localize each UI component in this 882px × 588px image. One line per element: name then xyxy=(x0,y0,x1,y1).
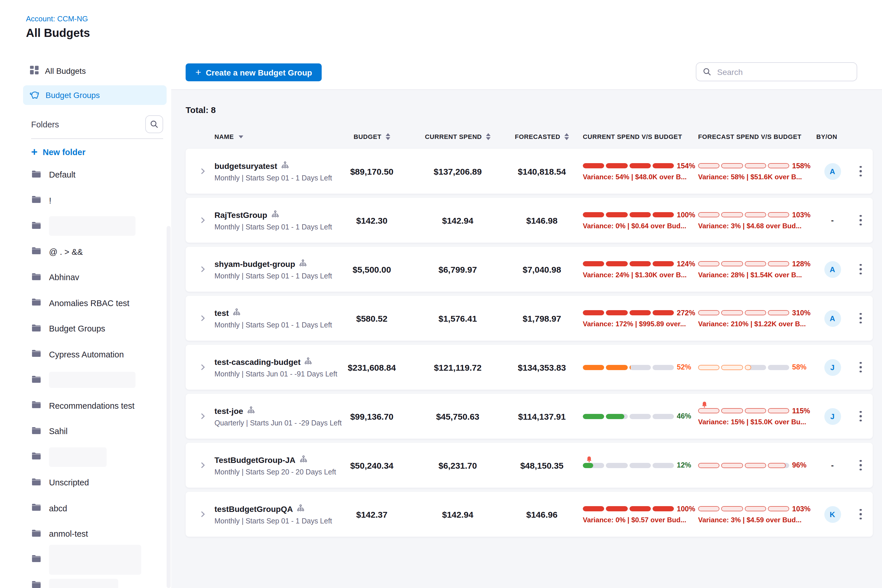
forecast-vs-budget-bar: 158%Variance: 58% | $51.6K over B... xyxy=(698,162,816,181)
variance-label: Variance: 3% | $4.59 over Bud... xyxy=(698,516,802,524)
account-breadcrumb-link[interactable]: Account: CCM-NG xyxy=(26,14,88,23)
expand-chevron-icon[interactable] xyxy=(191,412,214,420)
avatar: K xyxy=(824,506,841,523)
folder-search-button[interactable] xyxy=(145,115,163,133)
column-header-current-spend[interactable]: CURRENT SPEND xyxy=(414,133,501,140)
budget-group-row[interactable]: RajTestGroup Monthly | Starts Sep 01 - 1… xyxy=(186,198,873,243)
folder-label: Sahil xyxy=(49,427,68,436)
budget-group-row[interactable]: shyam-budget-group Monthly | Starts Sep … xyxy=(186,247,873,292)
forecasted-value: $114,137.91 xyxy=(501,411,583,421)
current-spend-value: $142.94 xyxy=(414,509,501,519)
percent-label: 103% xyxy=(792,211,810,219)
folder-label xyxy=(49,545,141,575)
expand-chevron-icon[interactable] xyxy=(191,363,214,371)
folder-icon xyxy=(31,452,42,463)
search-icon xyxy=(150,120,159,129)
budget-group-row[interactable]: budgetsuryatest Monthly | Starts Sep 01 … xyxy=(186,149,873,194)
folder-item[interactable] xyxy=(18,213,171,239)
budget-group-row[interactable]: test Monthly | Starts Sep 01 - 1 Days Le… xyxy=(186,296,873,341)
kebab-menu-icon xyxy=(860,460,862,471)
forecast-vs-budget-bar: 115%Variance: 15% | $15.0K over Bu... xyxy=(698,407,816,426)
budget-group-name[interactable]: test-cascading-budget xyxy=(214,357,301,366)
folder-icon xyxy=(31,298,42,309)
search-input[interactable] xyxy=(716,67,850,77)
folder-item[interactable]: Unscripted xyxy=(18,470,171,495)
budget-group-name[interactable]: RajTestGroup xyxy=(214,210,267,219)
folder-item[interactable]: Default xyxy=(18,162,171,188)
page-title: All Budgets xyxy=(26,27,90,40)
column-header-by-on: BY/ON xyxy=(816,133,849,140)
variance-label: Variance: 172% | $995.89 over... xyxy=(583,320,686,328)
budget-group-row[interactable]: test-cascading-budget Monthly | Starts J… xyxy=(186,345,873,390)
by-on-cell: J xyxy=(816,359,849,376)
budget-group-row[interactable]: test-joe Quarterly | Starts Jun 01 - -29… xyxy=(186,394,873,439)
budget-group-period: Monthly | Starts Sep 01 - 1 Days Left xyxy=(214,223,329,231)
folder-icon xyxy=(31,221,42,232)
expand-chevron-icon[interactable] xyxy=(191,167,214,175)
forecast-vs-budget-bar: 96% xyxy=(698,461,816,469)
column-header-forecasted[interactable]: FORECASTED xyxy=(501,133,583,140)
folder-item[interactable] xyxy=(18,444,171,470)
current-vs-budget-bar: 154%Variance: 54% | $48.0K over B... xyxy=(583,162,698,181)
budget-group-name[interactable]: test xyxy=(214,308,229,317)
folder-item[interactable]: Sahil xyxy=(18,418,171,444)
sidebar-scrollbar[interactable] xyxy=(166,226,171,588)
hierarchy-icon xyxy=(247,405,255,416)
budget-group-period: Monthly | Starts Sep 01 - 1 Days Left xyxy=(214,517,329,525)
column-header-budget[interactable]: BUDGET xyxy=(329,133,414,140)
folder-item[interactable] xyxy=(18,367,171,393)
row-menu-button[interactable] xyxy=(849,411,873,422)
expand-chevron-icon[interactable] xyxy=(191,265,214,273)
new-folder-button[interactable]: + New folder xyxy=(31,146,159,158)
folder-item[interactable]: Abhinav xyxy=(18,265,171,290)
folder-label: anmol-test xyxy=(49,530,88,539)
budget-group-name[interactable]: shyam-budget-group xyxy=(214,259,295,268)
folder-item[interactable]: @ . > && xyxy=(18,239,171,265)
search-box[interactable] xyxy=(696,62,857,81)
plus-icon: + xyxy=(31,146,38,158)
by-on-cell: - xyxy=(816,216,849,225)
row-menu-button[interactable] xyxy=(849,460,873,471)
folder-item[interactable]: anmol-test xyxy=(18,521,171,547)
budget-group-row[interactable]: TestBudgetGroup-JA Monthly | Starts Sep … xyxy=(186,443,873,488)
folder-item[interactable]: Anomalies RBAC test xyxy=(18,290,171,316)
budget-group-period: Monthly | Starts Jun 01 - -91 Days Left xyxy=(214,370,329,378)
row-menu-button[interactable] xyxy=(849,509,873,520)
folder-item[interactable]: Budget Groups xyxy=(18,316,171,342)
percent-label: 58% xyxy=(792,363,807,371)
sort-icon xyxy=(564,133,569,140)
folder-icon xyxy=(31,272,42,283)
forecasted-value: $146.98 xyxy=(501,215,583,225)
folder-item[interactable] xyxy=(18,572,171,588)
sidebar-item-all-budgets[interactable]: All Budgets xyxy=(23,61,166,81)
expand-chevron-icon[interactable] xyxy=(191,314,214,322)
divider xyxy=(31,138,163,139)
folder-item[interactable]: Cypress Automation xyxy=(18,342,171,367)
row-menu-button[interactable] xyxy=(849,215,873,226)
column-header-name[interactable]: NAME xyxy=(214,133,329,140)
row-menu-button[interactable] xyxy=(849,166,873,177)
budget-value: $99,136.70 xyxy=(329,411,414,421)
row-menu-button[interactable] xyxy=(849,362,873,373)
variance-label: Variance: 24% | $1.30K over B... xyxy=(583,271,687,279)
alert-bell-icon xyxy=(586,454,592,462)
sidebar-item-label: Budget Groups xyxy=(45,90,100,100)
folder-item[interactable]: abcd xyxy=(18,495,171,521)
sidebar-item-budget-groups[interactable]: Budget Groups xyxy=(23,86,166,105)
percent-label: 128% xyxy=(792,260,810,268)
current-spend-value: $142.94 xyxy=(414,215,501,225)
budget-group-name[interactable]: TestBudgetGroup-JA xyxy=(214,455,296,464)
folder-item[interactable]: ! xyxy=(18,188,171,213)
create-budget-group-button[interactable]: + Create a new Budget Group xyxy=(186,63,322,81)
row-menu-button[interactable] xyxy=(849,264,873,275)
row-menu-button[interactable] xyxy=(849,313,873,324)
folder-item[interactable]: Recommendations test xyxy=(18,393,171,418)
budget-group-name[interactable]: test-joe xyxy=(214,406,243,416)
expand-chevron-icon[interactable] xyxy=(191,510,214,518)
budget-group-row[interactable]: testBudgetGroupQA Monthly | Starts Sep 0… xyxy=(186,492,873,537)
budget-group-name[interactable]: testBudgetGroupQA xyxy=(214,504,293,513)
folder-item[interactable] xyxy=(18,547,171,572)
expand-chevron-icon[interactable] xyxy=(191,461,214,469)
expand-chevron-icon[interactable] xyxy=(191,216,214,224)
budget-group-name[interactable]: budgetsuryatest xyxy=(214,161,277,170)
